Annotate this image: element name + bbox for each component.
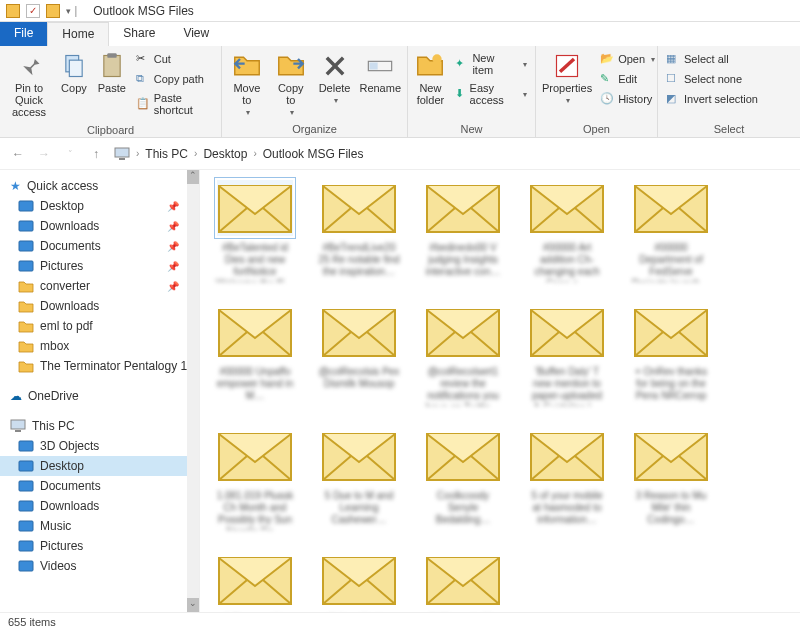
recent-locations-button[interactable]: ˅ (62, 146, 78, 162)
cut-button[interactable]: ✂Cut (132, 50, 217, 68)
file-view[interactable]: #BeTalented id Dies and new fortNotice W… (200, 170, 800, 612)
sidebar-item[interactable]: Desktop📌 (0, 196, 199, 216)
file-item[interactable]: #00000 Art addition Ch-changing each Cap… (526, 180, 608, 282)
sidebar-item[interactable]: Downloads📌 (0, 216, 199, 236)
svg-rect-10 (119, 158, 125, 160)
file-item[interactable]: 5 Wireno in Me coll ag… (422, 552, 504, 612)
up-button[interactable]: ↑ (88, 146, 104, 162)
back-button[interactable]: ← (10, 146, 26, 162)
sidebar-item-label: Documents (40, 239, 101, 253)
file-item[interactable]: 'Buffen Daly' T new mention to paper-upl… (526, 304, 608, 406)
file-item[interactable]: @colRecolsis Pex Dismilk Mousop (318, 304, 400, 406)
sidebar-item[interactable]: converter📌 (0, 276, 199, 296)
svg-rect-2 (69, 60, 82, 76)
qat-icon[interactable] (6, 4, 20, 18)
tab-home[interactable]: Home (47, 22, 109, 46)
sidebar-item[interactable]: Videos (0, 556, 199, 576)
copy-button[interactable]: Copy (56, 50, 92, 96)
copy-path-button[interactable]: ⧉Copy path (132, 70, 217, 88)
file-item[interactable]: #00000 Unpaffo empower hand in M… (214, 304, 296, 406)
file-label: 5 Due to M and Learning Cashewer… (318, 490, 400, 530)
history-button[interactable]: 🕓History (596, 90, 659, 108)
select-all-button[interactable]: ▦Select all (662, 50, 762, 68)
breadcrumb-item[interactable]: Desktop (203, 147, 247, 161)
easy-access-button[interactable]: ⬇Easy access▾ (451, 80, 531, 108)
chevron-right-icon[interactable]: › (253, 148, 256, 159)
pin-to-quick-access-button[interactable]: Pin to Quick access (4, 50, 54, 120)
sidebar-item[interactable]: Pictures📌 (0, 256, 199, 276)
svg-rect-9 (115, 148, 129, 157)
sidebar-item[interactable]: The Terminator Pentalogy 1 (0, 356, 199, 376)
breadcrumb[interactable]: › This PC › Desktop › Outlook MSG Files (114, 147, 363, 161)
rename-button[interactable]: Rename (357, 50, 403, 96)
sidebar-item[interactable]: eml to pdf (0, 316, 199, 336)
breadcrumb-item[interactable]: Outlook MSG Files (263, 147, 364, 161)
sidebar-item[interactable]: Music (0, 516, 199, 536)
sidebar-item[interactable]: Downloads (0, 496, 199, 516)
sidebar-item[interactable]: Desktop (0, 456, 199, 476)
file-item[interactable]: 5 of your mobile at hasmoded to informat… (526, 428, 608, 530)
properties-button[interactable]: Properties▾ (540, 50, 594, 107)
move-to-icon (233, 52, 261, 80)
select-none-button[interactable]: ☐Select none (662, 70, 762, 88)
sidebar-item[interactable]: Downloads (0, 296, 199, 316)
sidebar-this-pc[interactable]: This PC (0, 416, 199, 436)
file-item[interactable]: 3 Reason to Mu Mile' thin Codingo… (630, 428, 712, 530)
sidebar-item[interactable]: mbox (0, 336, 199, 356)
invert-selection-button[interactable]: ◩Invert selection (662, 90, 762, 108)
move-to-button[interactable]: Move to▾ (226, 50, 268, 119)
file-item[interactable]: #00000 Department of FedServe Projects l… (630, 180, 712, 282)
file-item[interactable]: @colRecolsert1 review the notifications … (422, 304, 504, 406)
scroll-down-icon[interactable]: ⌄ (187, 598, 199, 612)
paste-shortcut-button[interactable]: 📋Paste shortcut (132, 90, 217, 118)
chevron-right-icon[interactable]: › (194, 148, 197, 159)
file-label: 5 of your mobile at hasmoded to informat… (526, 490, 608, 530)
copy-to-button[interactable]: Copy to▾ (270, 50, 312, 119)
qat-check-icon[interactable]: ✓ (26, 4, 40, 18)
rename-label: Rename (359, 82, 401, 94)
file-item[interactable]: 5 Due to M and Learning Cashewer… (318, 428, 400, 530)
forward-button[interactable]: → (36, 146, 52, 162)
delete-button[interactable]: Delete▾ (314, 50, 356, 107)
open-button[interactable]: 📂Open▾ (596, 50, 659, 68)
file-item[interactable]: #BeTalented id Dies and new fortNotice W… (214, 180, 296, 282)
scroll-up-icon[interactable]: ⌃ (187, 170, 199, 184)
paste-button[interactable]: Paste (94, 50, 130, 96)
sidebar-onedrive[interactable]: ☁OneDrive (0, 386, 199, 406)
sidebar-item[interactable]: Documents (0, 476, 199, 496)
sidebar-scrollbar[interactable]: ⌃ ⌄ (187, 170, 199, 612)
chevron-right-icon[interactable]: › (136, 148, 139, 159)
msg-file-icon (633, 428, 709, 484)
tab-view[interactable]: View (169, 22, 223, 46)
group-new: New folder ✦New item▾ ⬇Easy access▾ New (408, 46, 536, 137)
sidebar-quick-access[interactable]: ★Quick access (0, 176, 199, 196)
file-item[interactable]: Coolkcoody Senyle Bedalding… (422, 428, 504, 530)
svg-rect-15 (11, 420, 25, 429)
msg-file-icon (217, 304, 293, 360)
sidebar-item[interactable]: Documents📌 (0, 236, 199, 256)
file-item[interactable]: 1.081.019 Plussk Ch Month and Possibly t… (214, 428, 296, 530)
file-item[interactable]: #BeTrendLive20 25 Re notable find the in… (318, 180, 400, 282)
file-label: #BeTalented id Dies and new fortNotice W… (214, 242, 296, 282)
pin-icon: 📌 (167, 261, 179, 272)
file-item[interactable]: 1 Persuen Hu Music! Minm… (214, 552, 296, 612)
tab-share[interactable]: Share (109, 22, 169, 46)
msg-file-icon (321, 304, 397, 360)
new-folder-button[interactable]: New folder (412, 50, 449, 108)
file-label: 1.081.019 Plussk Ch Month and Possibly t… (214, 490, 296, 530)
breadcrumb-item[interactable]: This PC (145, 147, 188, 161)
qat-folder-icon[interactable] (46, 4, 60, 18)
qat-dropdown-icon[interactable]: ▾ │ (66, 6, 79, 16)
sidebar-item-label: Downloads (40, 219, 99, 233)
cut-icon: ✂ (136, 52, 150, 66)
window-title: Outlook MSG Files (93, 4, 194, 18)
tab-file[interactable]: File (0, 22, 47, 46)
sidebar-item[interactable]: 3D Objects (0, 436, 199, 456)
edit-button[interactable]: ✎Edit (596, 70, 659, 88)
file-item[interactable]: + OnRev thanks for being on the Pens NRC… (630, 304, 712, 406)
sidebar-item-label: Documents (40, 479, 101, 493)
file-item[interactable]: #bedinedo00 V judging Insights interacti… (422, 180, 504, 282)
new-item-button[interactable]: ✦New item▾ (451, 50, 531, 78)
file-item[interactable]: 5 Ugm You're Tooling With A bell of… (318, 552, 400, 612)
sidebar-item[interactable]: Pictures (0, 536, 199, 556)
